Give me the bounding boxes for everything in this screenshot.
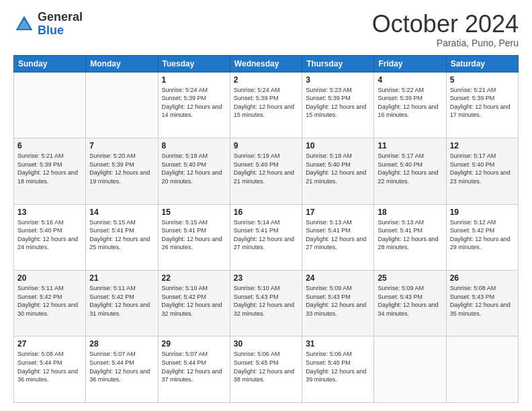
calendar-week-row: 20Sunrise: 5:11 AMSunset: 5:42 PMDayligh…: [14, 271, 519, 336]
day-info: Sunrise: 5:11 AMSunset: 5:42 PMDaylight:…: [17, 284, 82, 318]
table-row: 21Sunrise: 5:11 AMSunset: 5:42 PMDayligh…: [86, 271, 158, 336]
calendar-week-row: 27Sunrise: 5:08 AMSunset: 5:44 PMDayligh…: [14, 336, 519, 403]
table-row: 28Sunrise: 5:07 AMSunset: 5:44 PMDayligh…: [86, 336, 158, 403]
col-wednesday: Wednesday: [230, 55, 302, 72]
col-saturday: Saturday: [446, 55, 518, 72]
table-row: 2Sunrise: 5:24 AMSunset: 5:39 PMDaylight…: [230, 72, 302, 138]
day-number: 20: [17, 273, 82, 283]
day-number: 18: [378, 208, 442, 217]
day-info: Sunrise: 5:10 AMSunset: 5:42 PMDaylight:…: [162, 284, 226, 318]
table-row: [374, 336, 446, 403]
day-number: 23: [234, 273, 298, 283]
table-row: [14, 72, 86, 138]
table-row: 7Sunrise: 5:20 AMSunset: 5:39 PMDaylight…: [86, 138, 158, 204]
table-row: 29Sunrise: 5:07 AMSunset: 5:44 PMDayligh…: [158, 336, 230, 403]
calendar-header-row: Sunday Monday Tuesday Wednesday Thursday…: [14, 55, 519, 72]
day-number: 7: [89, 141, 154, 150]
table-row: 22Sunrise: 5:10 AMSunset: 5:42 PMDayligh…: [158, 271, 230, 336]
day-info: Sunrise: 5:10 AMSunset: 5:43 PMDaylight:…: [234, 284, 298, 318]
day-number: 5: [450, 75, 515, 85]
calendar-week-row: 6Sunrise: 5:21 AMSunset: 5:39 PMDaylight…: [14, 138, 519, 204]
table-row: 17Sunrise: 5:13 AMSunset: 5:41 PMDayligh…: [302, 204, 374, 270]
day-number: 30: [234, 339, 298, 349]
table-row: [446, 336, 518, 403]
day-info: Sunrise: 5:08 AMSunset: 5:44 PMDaylight:…: [17, 350, 82, 383]
table-row: 26Sunrise: 5:08 AMSunset: 5:43 PMDayligh…: [446, 271, 518, 336]
logo-text: General Blue: [38, 11, 83, 38]
table-row: 12Sunrise: 5:17 AMSunset: 5:40 PMDayligh…: [446, 138, 518, 204]
table-row: 16Sunrise: 5:14 AMSunset: 5:41 PMDayligh…: [230, 204, 302, 270]
day-number: 12: [450, 141, 515, 150]
day-info: Sunrise: 5:23 AMSunset: 5:39 PMDaylight:…: [306, 86, 370, 120]
day-info: Sunrise: 5:22 AMSunset: 5:39 PMDaylight:…: [378, 86, 442, 120]
day-number: 27: [17, 339, 82, 349]
table-row: 6Sunrise: 5:21 AMSunset: 5:39 PMDaylight…: [14, 138, 86, 204]
day-number: 31: [306, 339, 370, 349]
day-number: 16: [234, 208, 298, 217]
day-number: 11: [378, 141, 442, 150]
day-info: Sunrise: 5:06 AMSunset: 5:45 PMDaylight:…: [234, 350, 298, 383]
day-number: 15: [162, 208, 226, 217]
col-friday: Friday: [374, 55, 446, 72]
logo-general: General: [38, 10, 83, 24]
day-info: Sunrise: 5:17 AMSunset: 5:40 PMDaylight:…: [378, 152, 442, 185]
day-info: Sunrise: 5:18 AMSunset: 5:40 PMDaylight:…: [306, 152, 370, 185]
table-row: 19Sunrise: 5:12 AMSunset: 5:42 PMDayligh…: [446, 204, 518, 270]
table-row: 30Sunrise: 5:06 AMSunset: 5:45 PMDayligh…: [230, 336, 302, 403]
day-info: Sunrise: 5:13 AMSunset: 5:41 PMDaylight:…: [378, 218, 442, 252]
day-number: 25: [378, 273, 442, 283]
table-row: 14Sunrise: 5:15 AMSunset: 5:41 PMDayligh…: [86, 204, 158, 270]
day-info: Sunrise: 5:12 AMSunset: 5:42 PMDaylight:…: [450, 218, 515, 252]
day-number: 29: [162, 339, 226, 349]
calendar-table: Sunday Monday Tuesday Wednesday Thursday…: [13, 55, 519, 403]
table-row: 27Sunrise: 5:08 AMSunset: 5:44 PMDayligh…: [14, 336, 86, 403]
table-row: 5Sunrise: 5:21 AMSunset: 5:39 PMDaylight…: [446, 72, 518, 138]
day-number: 17: [306, 208, 370, 217]
day-number: 21: [89, 273, 154, 283]
day-info: Sunrise: 5:09 AMSunset: 5:43 PMDaylight:…: [306, 284, 370, 318]
day-info: Sunrise: 5:13 AMSunset: 5:41 PMDaylight:…: [306, 218, 370, 252]
table-row: 9Sunrise: 5:19 AMSunset: 5:40 PMDaylight…: [230, 138, 302, 204]
table-row: 25Sunrise: 5:09 AMSunset: 5:43 PMDayligh…: [374, 271, 446, 336]
day-info: Sunrise: 5:24 AMSunset: 5:39 PMDaylight:…: [234, 86, 298, 120]
table-row: 23Sunrise: 5:10 AMSunset: 5:43 PMDayligh…: [230, 271, 302, 336]
day-number: 9: [234, 141, 298, 150]
table-row: 10Sunrise: 5:18 AMSunset: 5:40 PMDayligh…: [302, 138, 374, 204]
day-info: Sunrise: 5:11 AMSunset: 5:42 PMDaylight:…: [89, 284, 154, 318]
day-number: 22: [162, 273, 226, 283]
day-info: Sunrise: 5:07 AMSunset: 5:44 PMDaylight:…: [162, 350, 226, 383]
day-number: 1: [162, 75, 226, 85]
day-info: Sunrise: 5:15 AMSunset: 5:41 PMDaylight:…: [162, 218, 226, 252]
day-number: 19: [450, 208, 515, 217]
calendar-week-row: 1Sunrise: 5:24 AMSunset: 5:39 PMDaylight…: [14, 72, 519, 138]
day-number: 28: [89, 339, 154, 349]
day-info: Sunrise: 5:06 AMSunset: 5:45 PMDaylight:…: [306, 350, 370, 383]
day-info: Sunrise: 5:07 AMSunset: 5:44 PMDaylight:…: [89, 350, 154, 383]
day-info: Sunrise: 5:16 AMSunset: 5:40 PMDaylight:…: [17, 218, 82, 252]
logo-blue: Blue: [38, 24, 64, 37]
day-number: 4: [378, 75, 442, 85]
logo-icon: [13, 13, 35, 35]
table-row: 18Sunrise: 5:13 AMSunset: 5:41 PMDayligh…: [374, 204, 446, 270]
col-sunday: Sunday: [14, 55, 86, 72]
col-thursday: Thursday: [302, 55, 374, 72]
table-row: 1Sunrise: 5:24 AMSunset: 5:39 PMDaylight…: [158, 72, 230, 138]
day-info: Sunrise: 5:17 AMSunset: 5:40 PMDaylight:…: [450, 152, 515, 185]
day-info: Sunrise: 5:21 AMSunset: 5:39 PMDaylight:…: [450, 86, 515, 120]
day-number: 10: [306, 141, 370, 150]
day-number: 13: [17, 208, 82, 217]
table-row: 15Sunrise: 5:15 AMSunset: 5:41 PMDayligh…: [158, 204, 230, 270]
day-number: 3: [306, 75, 370, 85]
col-tuesday: Tuesday: [158, 55, 230, 72]
day-info: Sunrise: 5:09 AMSunset: 5:43 PMDaylight:…: [378, 284, 442, 318]
table-row: 24Sunrise: 5:09 AMSunset: 5:43 PMDayligh…: [302, 271, 374, 336]
table-row: 3Sunrise: 5:23 AMSunset: 5:39 PMDaylight…: [302, 72, 374, 138]
day-info: Sunrise: 5:21 AMSunset: 5:39 PMDaylight:…: [17, 152, 82, 185]
day-info: Sunrise: 5:24 AMSunset: 5:39 PMDaylight:…: [162, 86, 226, 120]
day-info: Sunrise: 5:20 AMSunset: 5:39 PMDaylight:…: [89, 152, 154, 185]
day-number: 6: [17, 141, 82, 150]
logo: General Blue: [13, 11, 83, 38]
table-row: 11Sunrise: 5:17 AMSunset: 5:40 PMDayligh…: [374, 138, 446, 204]
header: General Blue October 2024 Paratia, Puno,…: [13, 11, 519, 48]
table-row: 8Sunrise: 5:19 AMSunset: 5:40 PMDaylight…: [158, 138, 230, 204]
